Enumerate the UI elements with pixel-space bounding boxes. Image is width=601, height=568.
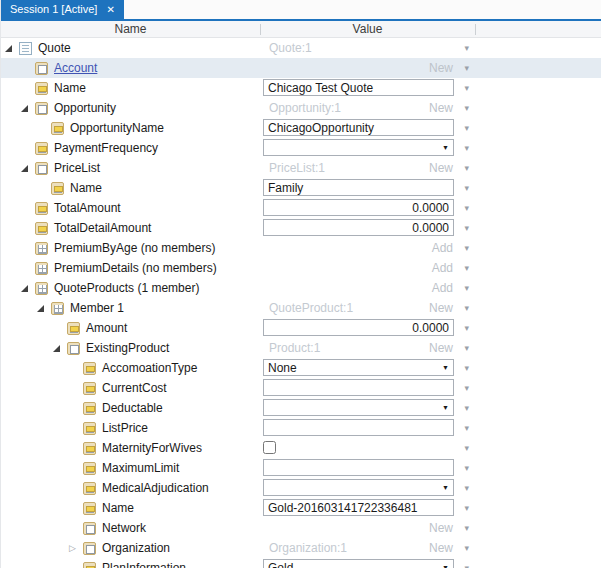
row-menu-arrow-icon[interactable]: ▾ xyxy=(464,458,469,478)
add-action-button[interactable]: Add xyxy=(432,258,453,278)
tree-row-opportunityname[interactable]: OpportunityName▾ xyxy=(1,118,601,138)
tree-row-planinformation[interactable]: PlanInformationGold▼▾ xyxy=(1,558,601,568)
tree-item-label[interactable]: Quote xyxy=(38,41,71,55)
collapse-toggle-icon[interactable] xyxy=(53,345,67,352)
tree-item-label[interactable]: ExistingProduct xyxy=(86,341,169,355)
tree-item-label[interactable]: Organization xyxy=(102,541,170,555)
add-action-button[interactable]: Add xyxy=(432,238,453,258)
tree-item-label[interactable]: MaternityForWives xyxy=(102,441,202,455)
tree-row-existingproduct[interactable]: ExistingProductProduct:1New▾ xyxy=(1,338,601,358)
tree-item-label[interactable]: ListPrice xyxy=(102,421,148,435)
tree-item-label[interactable]: Account xyxy=(54,61,97,75)
tree-item-label[interactable]: MedicalAdjudication xyxy=(102,481,209,495)
tree-row-name[interactable]: Name▾ xyxy=(1,78,601,98)
row-menu-arrow-icon[interactable]: ▾ xyxy=(464,258,469,278)
value-input[interactable] xyxy=(263,379,454,396)
expand-toggle-icon[interactable]: ▷ xyxy=(69,543,83,553)
row-menu-arrow-icon[interactable]: ▾ xyxy=(464,78,469,98)
row-menu-arrow-icon[interactable]: ▾ xyxy=(464,378,469,398)
row-menu-arrow-icon[interactable]: ▾ xyxy=(464,318,469,338)
tree-row-amount[interactable]: Amount▾ xyxy=(1,318,601,338)
column-divider[interactable] xyxy=(475,24,476,35)
value-input[interactable] xyxy=(263,499,454,516)
tree-item-label[interactable]: Name xyxy=(70,181,102,195)
value-input[interactable] xyxy=(263,319,454,336)
tree-item-label[interactable]: PriceList xyxy=(54,161,100,175)
tree-item-label[interactable]: Network xyxy=(102,521,146,535)
collapse-toggle-icon[interactable] xyxy=(37,305,51,312)
row-menu-arrow-icon[interactable]: ▾ xyxy=(464,298,469,318)
tree-row-deductable[interactable]: Deductable▼▾ xyxy=(1,398,601,418)
tree-item-label[interactable]: PremiumDetails (no members) xyxy=(54,261,217,275)
tree-row-totalamount[interactable]: TotalAmount▾ xyxy=(1,198,601,218)
tree-row-member-1[interactable]: Member 1QuoteProduct:1New▾ xyxy=(1,298,601,318)
tree-row-listprice[interactable]: ListPrice▾ xyxy=(1,418,601,438)
new-action-button[interactable]: New xyxy=(429,298,453,318)
value-checkbox[interactable] xyxy=(263,441,276,454)
new-action-button[interactable]: New xyxy=(429,58,453,78)
value-input[interactable] xyxy=(263,199,454,216)
value-dropdown[interactable]: Gold▼ xyxy=(263,559,454,568)
tree-row-name[interactable]: Name▾ xyxy=(1,498,601,518)
value-dropdown[interactable]: None▼ xyxy=(263,359,454,376)
row-menu-arrow-icon[interactable]: ▾ xyxy=(464,478,469,498)
row-menu-arrow-icon[interactable]: ▾ xyxy=(464,338,469,358)
value-input[interactable] xyxy=(263,219,454,236)
row-menu-arrow-icon[interactable]: ▾ xyxy=(464,558,469,568)
value-input[interactable] xyxy=(263,459,454,476)
tree-item-label[interactable]: OpportunityName xyxy=(70,121,164,135)
row-menu-arrow-icon[interactable]: ▾ xyxy=(464,398,469,418)
tab-session-1-active[interactable]: Session 1 [Active] ✕ xyxy=(1,0,124,19)
tree-row-premiumbyage-no-members[interactable]: PremiumByAge (no members)Add▾ xyxy=(1,238,601,258)
row-menu-arrow-icon[interactable]: ▾ xyxy=(464,518,469,538)
tree-item-label[interactable]: Member 1 xyxy=(70,301,124,315)
column-divider[interactable] xyxy=(260,24,261,35)
tree-item-label[interactable]: Opportunity xyxy=(54,101,116,115)
row-menu-arrow-icon[interactable]: ▾ xyxy=(464,138,469,158)
tree-row-premiumdetails-no-members[interactable]: PremiumDetails (no members)Add▾ xyxy=(1,258,601,278)
tree-item-label[interactable]: MaximumLimit xyxy=(102,461,179,475)
new-action-button[interactable]: New xyxy=(429,338,453,358)
tree-item-label[interactable]: Deductable xyxy=(102,401,163,415)
tree-item-label[interactable]: PaymentFrequency xyxy=(54,141,158,155)
tree-row-quote[interactable]: QuoteQuote:1▾ xyxy=(1,38,601,58)
row-menu-arrow-icon[interactable]: ▾ xyxy=(464,178,469,198)
tree-row-name[interactable]: Name▾ xyxy=(1,178,601,198)
value-dropdown[interactable]: ▼ xyxy=(263,479,454,496)
tree-item-label[interactable]: CurrentCost xyxy=(102,381,167,395)
tree-row-maternityforwives[interactable]: MaternityForWives▾ xyxy=(1,438,601,458)
close-icon[interactable]: ✕ xyxy=(106,0,114,19)
column-header-name[interactable]: Name xyxy=(1,22,260,36)
tree-item-label[interactable]: PremiumByAge (no members) xyxy=(54,241,215,255)
tree-row-network[interactable]: NetworkNew▾ xyxy=(1,518,601,538)
tree-row-organization[interactable]: ▷OrganizationOrganization:1New▾ xyxy=(1,538,601,558)
row-menu-arrow-icon[interactable]: ▾ xyxy=(464,158,469,178)
tree-item-label[interactable]: TotalAmount xyxy=(54,201,121,215)
value-dropdown[interactable]: ▼ xyxy=(263,399,454,416)
collapse-toggle-icon[interactable] xyxy=(21,165,35,172)
tree-item-label[interactable]: QuoteProducts (1 member) xyxy=(54,281,199,295)
row-menu-arrow-icon[interactable]: ▾ xyxy=(464,538,469,558)
row-menu-arrow-icon[interactable]: ▾ xyxy=(464,358,469,378)
tree-item-label[interactable]: Name xyxy=(102,501,134,515)
tree-item-label[interactable]: TotalDetailAmount xyxy=(54,221,151,235)
row-menu-arrow-icon[interactable]: ▾ xyxy=(464,278,469,298)
collapse-toggle-icon[interactable] xyxy=(5,45,19,52)
new-action-button[interactable]: New xyxy=(429,98,453,118)
row-menu-arrow-icon[interactable]: ▾ xyxy=(464,238,469,258)
tree-row-quoteproducts-1-member[interactable]: QuoteProducts (1 member)Add▾ xyxy=(1,278,601,298)
tree-row-totaldetailamount[interactable]: TotalDetailAmount▾ xyxy=(1,218,601,238)
tree-row-currentcost[interactable]: CurrentCost▾ xyxy=(1,378,601,398)
row-menu-arrow-icon[interactable]: ▾ xyxy=(464,438,469,458)
tree-item-label[interactable]: AccomoationType xyxy=(102,361,197,375)
tree-row-pricelist[interactable]: PriceListPriceList:1New▾ xyxy=(1,158,601,178)
new-action-button[interactable]: New xyxy=(429,158,453,178)
new-action-button[interactable]: New xyxy=(429,518,453,538)
value-input[interactable] xyxy=(263,419,454,436)
row-menu-arrow-icon[interactable]: ▾ xyxy=(464,198,469,218)
row-menu-arrow-icon[interactable]: ▾ xyxy=(464,58,469,78)
row-menu-arrow-icon[interactable]: ▾ xyxy=(464,218,469,238)
row-menu-arrow-icon[interactable]: ▾ xyxy=(464,118,469,138)
row-menu-arrow-icon[interactable]: ▾ xyxy=(464,498,469,518)
tree-row-maximumlimit[interactable]: MaximumLimit▾ xyxy=(1,458,601,478)
